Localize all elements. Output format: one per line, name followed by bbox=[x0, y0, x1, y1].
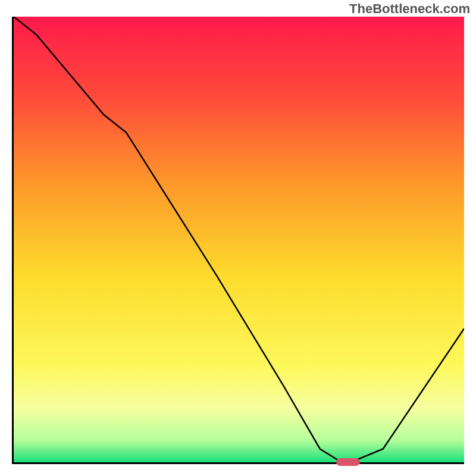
optimum-marker bbox=[336, 458, 360, 466]
chart-background-gradient bbox=[14, 17, 464, 462]
watermark-text: TheBottleneck.com bbox=[349, 1, 470, 17]
chart-plot-area bbox=[12, 17, 464, 464]
chart-svg bbox=[14, 17, 464, 462]
